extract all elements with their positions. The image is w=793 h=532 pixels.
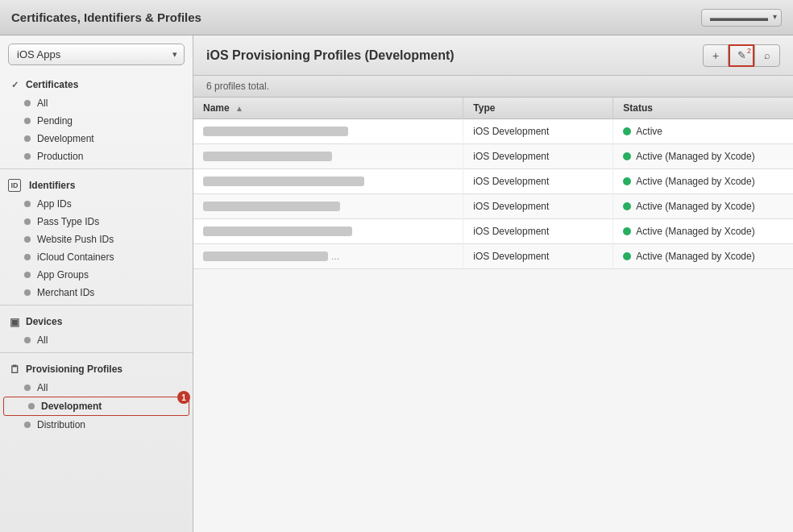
top-bar: Certificates, Identifiers & Profiles ▬▬▬… — [0, 0, 793, 35]
appgroups-label: App Groups — [37, 269, 89, 281]
cell-status: Active — [613, 119, 793, 144]
cell-name — [193, 169, 463, 194]
prov-development-selected-row: Development 1 — [3, 397, 189, 416]
status-green-dot — [623, 227, 631, 235]
appids-label: App IDs — [37, 198, 72, 210]
devices-icon: ▣ — [8, 315, 21, 328]
sidebar-item-prov-all[interactable]: All — [0, 379, 193, 397]
cell-name — [193, 219, 463, 244]
content-title: iOS Provisioning Profiles (Development) — [206, 48, 455, 63]
bullet-icon — [24, 254, 31, 260]
certs-development-label: Development — [37, 133, 94, 144]
sidebar-item-icloudcontainers[interactable]: iCloud Containers — [0, 248, 193, 266]
bullet-icon — [24, 153, 31, 160]
websitepushids-label: Website Push IDs — [37, 234, 114, 245]
cell-name — [193, 144, 463, 169]
bullet-icon — [24, 201, 31, 207]
table-row[interactable]: ...iOS DevelopmentActive (Managed by Xco… — [193, 244, 793, 269]
header-buttons: + ✎ 2 ⌕ — [703, 44, 780, 67]
sidebar-item-passtypeids[interactable]: Pass Type IDs — [0, 213, 193, 231]
status-green-dot — [623, 177, 631, 185]
table-row[interactable]: iOS DevelopmentActive (Managed by Xcode) — [193, 194, 793, 219]
status-green-dot — [623, 202, 631, 210]
status-text: Active (Managed by Xcode) — [636, 201, 754, 212]
identifiers-label: Identifiers — [29, 180, 75, 191]
status-green-dot — [623, 127, 631, 135]
sidebar-item-devices-all[interactable]: All — [0, 331, 193, 349]
bullet-icon — [28, 403, 35, 409]
profiles-count-bar: 6 profiles total. — [193, 76, 793, 98]
bullet-icon — [24, 337, 31, 343]
cell-name — [193, 119, 463, 144]
divider-2 — [0, 305, 193, 305]
provisioning-icon: 🗒 — [8, 363, 21, 376]
ios-apps-dropdown[interactable]: iOS Apps — [8, 44, 185, 65]
table-row[interactable]: iOS DevelopmentActive — [193, 119, 793, 144]
status-green-dot — [623, 152, 631, 160]
devices-label: Devices — [26, 316, 62, 327]
sidebar-item-websitepushids[interactable]: Website Push IDs — [0, 231, 193, 248]
divider-3 — [0, 352, 193, 353]
col-name[interactable]: Name ▲ — [193, 98, 463, 119]
account-selector[interactable]: ▬▬▬▬▬▬ — [701, 9, 782, 27]
cell-type: iOS Development — [463, 169, 613, 194]
passtypeids-label: Pass Type IDs — [37, 216, 99, 227]
table-row[interactable]: iOS DevelopmentActive (Managed by Xcode) — [193, 169, 793, 194]
cell-type: iOS Development — [463, 119, 613, 144]
sidebar-item-certs-pending[interactable]: Pending — [0, 112, 193, 130]
cell-type: iOS Development — [463, 194, 613, 219]
cell-type: iOS Development — [463, 244, 613, 269]
search-icon: ⌕ — [764, 49, 770, 61]
status-text: Active (Managed by Xcode) — [636, 251, 754, 262]
ios-apps-label: iOS Apps — [17, 48, 60, 60]
main-container: iOS Apps ✓ Certificates All Pending Deve… — [0, 35, 793, 532]
cell-status: Active (Managed by Xcode) — [613, 244, 793, 269]
sidebar-item-appids[interactable]: App IDs — [0, 195, 193, 213]
sidebar-item-appgroups[interactable]: App Groups — [0, 266, 193, 284]
status-text: Active (Managed by Xcode) — [636, 226, 754, 237]
cell-type: iOS Development — [463, 219, 613, 244]
cell-status: Active (Managed by Xcode) — [613, 169, 793, 194]
bullet-icon — [24, 422, 31, 428]
certs-pending-label: Pending — [37, 115, 73, 127]
provisioning-label: Provisioning Profiles — [26, 364, 122, 375]
table-row[interactable]: iOS DevelopmentActive (Managed by Xcode) — [193, 144, 793, 169]
certificates-label: Certificates — [26, 79, 78, 90]
certs-production-label: Production — [37, 151, 83, 162]
sidebar-item-certs-development[interactable]: Development — [0, 130, 193, 148]
devices-all-label: All — [37, 335, 48, 346]
sidebar-item-prov-development[interactable]: Development — [4, 397, 189, 415]
bullet-icon — [24, 384, 31, 391]
cell-status: Active (Managed by Xcode) — [613, 219, 793, 244]
sidebar-section-devices: ▣ Devices — [0, 309, 193, 331]
table-row[interactable]: iOS DevelopmentActive (Managed by Xcode) — [193, 219, 793, 244]
identifiers-icon: ID — [8, 179, 21, 192]
bullet-icon — [24, 100, 31, 106]
sidebar-item-prov-distribution[interactable]: Distribution — [0, 416, 193, 434]
bullet-icon — [24, 135, 31, 142]
bullet-icon — [24, 272, 31, 278]
sidebar-item-certs-production[interactable]: Production — [0, 148, 193, 165]
edit-button[interactable]: ✎ 2 — [729, 44, 754, 67]
table-header-row: Name ▲ Type Status — [193, 98, 793, 119]
bullet-icon — [24, 236, 31, 243]
bullet-icon — [24, 289, 31, 296]
sidebar-item-merchantids[interactable]: Merchant IDs — [0, 284, 193, 301]
merchantids-label: Merchant IDs — [37, 287, 94, 298]
search-button[interactable]: ⌕ — [754, 44, 780, 67]
sort-arrow-icon: ▲ — [235, 104, 243, 113]
profiles-table: Name ▲ Type Status iOS DevelopmentActive… — [193, 98, 793, 269]
col-type[interactable]: Type — [463, 98, 613, 119]
sidebar-section-provisioning: 🗒 Provisioning Profiles — [0, 356, 193, 379]
status-green-dot — [623, 252, 631, 260]
profiles-count: 6 profiles total. — [206, 81, 269, 92]
prov-development-badge: 1 — [177, 391, 190, 404]
add-button[interactable]: + — [703, 44, 729, 67]
sidebar-item-certs-all[interactable]: All — [0, 94, 193, 112]
col-type-label: Type — [473, 102, 495, 114]
profiles-table-wrapper: Name ▲ Type Status iOS DevelopmentActive… — [193, 98, 793, 532]
divider-1 — [0, 168, 193, 169]
status-text: Active — [636, 126, 662, 137]
col-status[interactable]: Status — [613, 98, 793, 119]
status-text: Active (Managed by Xcode) — [636, 176, 754, 187]
